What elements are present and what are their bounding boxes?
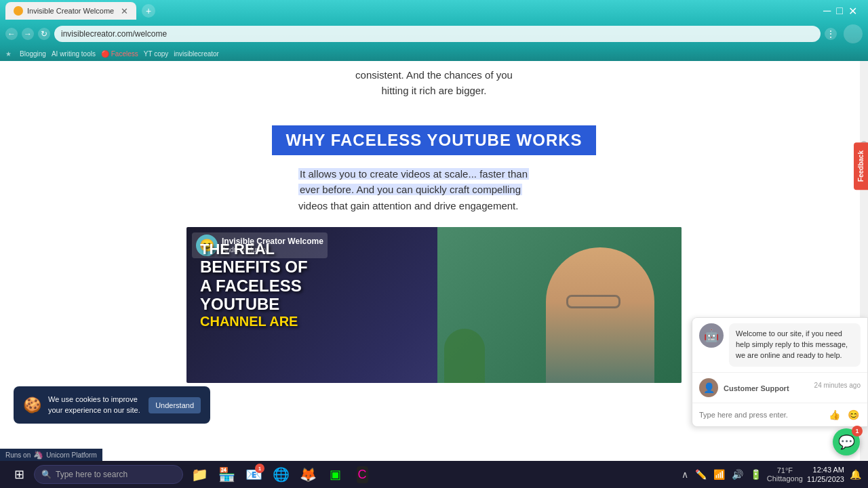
chat-welcome-message: Welcome to our site, if you need help si…: [729, 323, 861, 367]
tab-favicon: [14, 6, 23, 16]
toolbar-item-2[interactable]: AI writing tools: [52, 50, 96, 58]
new-tab-button[interactable]: +: [142, 4, 155, 18]
app-icon: C: [357, 466, 368, 483]
taskbar-app-mail[interactable]: 📧 1: [241, 462, 266, 487]
browser-tab[interactable]: Invisible Creator Welcome ✕: [5, 2, 136, 20]
windows-icon: ⊞: [14, 467, 24, 482]
feedback-tab[interactable]: Feedback: [854, 142, 868, 190]
terminal-icon: ▣: [330, 467, 341, 482]
taskbar-app-file-explorer[interactable]: 📁: [187, 462, 212, 487]
taskbar-app-store[interactable]: 🏪: [214, 462, 239, 487]
settings-button[interactable]: ⋮: [825, 28, 837, 40]
runs-on-bar: Runs on 🦄 Unicorn Platform: [0, 449, 102, 461]
chat-fab-badge: 1: [852, 426, 863, 436]
close-button[interactable]: ✕: [848, 5, 857, 18]
chat-widget: 🤖 Welcome to our site, if you need help …: [692, 317, 868, 427]
platform-name: Unicorn Platform: [46, 451, 96, 459]
desc-part3: videos that gain attention and drive eng…: [298, 200, 518, 211]
chat-fab-icon: 💬: [838, 434, 855, 450]
taskbar-app-terminal[interactable]: ▣: [323, 462, 347, 487]
taskbar: ⊞ 🔍 Type here to search 📁 🏪 📧 1 🌐 🦊 ▣ C: [0, 461, 868, 488]
cookie-icon: 🍪: [23, 396, 41, 414]
forward-button[interactable]: →: [22, 28, 34, 40]
chat-bot-avatar: 🤖: [699, 323, 724, 348]
section-description: It allows you to create videos at scale.…: [292, 166, 576, 214]
video-line1: THE REAL: [200, 241, 308, 258]
address-bar[interactable]: invisiblecreator.com/welcome: [54, 26, 821, 42]
browser-icon: 🌐: [273, 466, 290, 483]
location-text: Chittagong: [767, 474, 803, 483]
file-explorer-icon: 📁: [191, 466, 208, 483]
page-content: consistent. And the chances of you hitti…: [0, 61, 868, 461]
chat-emoji-icon[interactable]: 😊: [846, 407, 861, 422]
taskbar-apps: 📁 🏪 📧 1 🌐 🦊 ▣ C: [187, 462, 374, 487]
time-display: 12:43 AM: [807, 465, 844, 474]
person-figure: [546, 247, 654, 383]
bookmarks-bar: ★ Blogging AI writing tools 🔴 Faceless Y…: [0, 46, 868, 61]
video-line2: BENEFITS OF: [200, 258, 308, 277]
profile-button[interactable]: [844, 24, 863, 43]
video-person-area: [437, 227, 682, 383]
taskbar-clock[interactable]: 12:43 AM 11/25/2023: [807, 465, 844, 485]
plant-decoration: [444, 329, 485, 383]
video-line3: A FACELESS: [200, 277, 308, 296]
maximize-button[interactable]: □: [836, 5, 843, 18]
search-icon: 🔍: [41, 470, 52, 479]
tray-pencil-icon[interactable]: ✏️: [694, 468, 708, 481]
top-paragraph: consistent. And the chances of you hitti…: [0, 61, 868, 119]
toolbar-item-5[interactable]: invisiblecreator: [174, 50, 219, 58]
tray-volume-icon[interactable]: 🔊: [730, 468, 745, 481]
tray-wifi-icon[interactable]: 📶: [712, 468, 726, 481]
chat-text-input[interactable]: [699, 411, 823, 419]
chat-thumbs-up-icon[interactable]: 👍: [827, 407, 842, 422]
chat-fab-button[interactable]: 💬 1: [833, 428, 860, 455]
chat-time: 24 minutes ago: [814, 382, 861, 389]
notification-icon[interactable]: 🔔: [848, 468, 863, 481]
video-thumbnail[interactable]: 😊 Invisible Creator Welcome Andrew Murra…: [186, 227, 682, 383]
toolbar-item-4[interactable]: YT copy: [144, 50, 169, 58]
top-text-line1: consistent. And the chances of you: [355, 69, 513, 81]
search-placeholder-text: Type here to search: [56, 470, 127, 479]
title-bar: Invisible Creator Welcome ✕ + ─ □ ✕: [0, 0, 868, 22]
unicorn-icon: 🦄: [33, 450, 43, 460]
nav-bar: ← → ↻ invisiblecreator.com/welcome ⋮: [0, 22, 868, 46]
agent-name: Customer Support: [724, 384, 789, 392]
section-heading-container: WHY FACELESS YOUTUBE WORKS: [0, 125, 868, 155]
desc-highlight-2: ever before. And you can quickly craft c…: [298, 184, 522, 195]
video-line5: CHANNEL ARE: [200, 314, 308, 329]
chat-header: 🤖 Welcome to our site, if you need help …: [692, 318, 867, 373]
temperature-text: 71°F: [767, 466, 803, 474]
tab-label: Invisible Creator Welcome: [27, 7, 114, 15]
section-heading-text: WHY FACELESS YOUTUBE WORKS: [272, 125, 595, 155]
toolbar-item-1[interactable]: Blogging: [20, 50, 46, 58]
chat-input-area[interactable]: 👍 😊: [692, 403, 867, 426]
desc-highlight-1: It allows you to create videos at scale.…: [298, 168, 529, 180]
cookie-banner: 🍪 We use cookies to improve your experie…: [14, 386, 210, 424]
browser-chrome: Invisible Creator Welcome ✕ + ─ □ ✕ ← → …: [0, 0, 868, 61]
taskbar-app-firefox[interactable]: 🦊: [296, 462, 320, 487]
toolbar-item-3[interactable]: 🔴 Faceless: [101, 50, 138, 58]
understand-button[interactable]: Understand: [149, 397, 201, 413]
refresh-button[interactable]: ↻: [38, 28, 50, 40]
start-button[interactable]: ⊞: [5, 462, 33, 487]
tray-temp: 71°F Chittagong: [767, 466, 803, 483]
taskbar-app-unknown[interactable]: C: [350, 462, 374, 487]
mail-notification-badge: 1: [255, 464, 264, 473]
video-line4: YOUTUBE: [200, 295, 308, 314]
taskbar-search[interactable]: 🔍 Type here to search: [34, 465, 183, 484]
chat-agent-info: Customer Support 24 minutes ago: [724, 382, 861, 394]
tab-close-icon[interactable]: ✕: [121, 6, 128, 16]
url-text: invisiblecreator.com/welcome: [61, 29, 167, 39]
tray-battery-icon[interactable]: 🔋: [749, 468, 763, 481]
system-tray: ∧ ✏️ 📶 🔊 🔋 71°F Chittagong 12:43 AM 11/2…: [680, 465, 863, 485]
firefox-icon: 🦊: [300, 466, 317, 483]
cookie-text: We use cookies to improve your experienc…: [48, 394, 142, 415]
date-display: 11/25/2023: [807, 474, 844, 484]
minimize-button[interactable]: ─: [823, 5, 831, 18]
person-glasses: [566, 295, 620, 308]
tray-expand-icon[interactable]: ∧: [680, 468, 690, 481]
taskbar-app-browser[interactable]: 🌐: [269, 462, 293, 487]
back-button[interactable]: ←: [5, 28, 18, 40]
top-text-line2: hitting it rich are bigger.: [381, 85, 486, 96]
store-icon: 🏪: [218, 466, 235, 483]
